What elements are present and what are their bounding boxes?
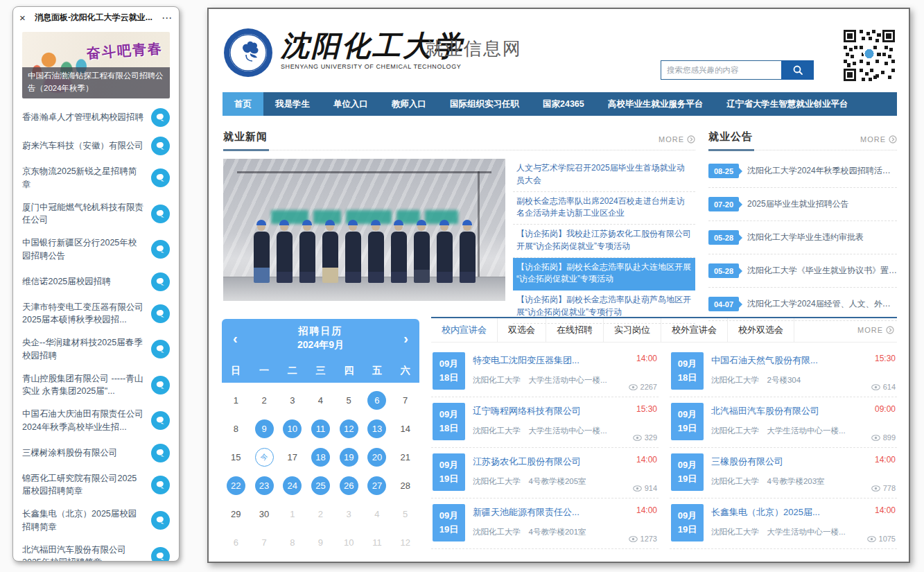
calendar-day[interactable]: 1	[227, 391, 245, 410]
event-time: 15:30	[636, 404, 657, 414]
nav-item-students[interactable]: 我是学生	[263, 92, 322, 116]
tab-online-recruiting[interactable]: 在线招聘	[546, 318, 604, 342]
nav-item-employers[interactable]: 单位入口	[322, 92, 380, 116]
calendar-prev-icon[interactable]: ‹	[233, 331, 238, 347]
nav-item-home[interactable]: 首页	[223, 92, 263, 116]
close-icon[interactable]: ×	[19, 12, 26, 23]
calendar-day[interactable]: 28	[396, 476, 415, 495]
event-card[interactable]: 09月19日 三橡股份有限公司沈阳化工大学 4号教学楼203室 14:00778	[670, 448, 897, 499]
event-card[interactable]: 09月18日 辽宁嗨程网络科技有限公司沈阳化工大学 大学生活动中心一楼... 1…	[431, 397, 659, 448]
list-item[interactable]: 香港瀚卓人才管理机构校园招聘	[22, 108, 170, 127]
calendar-day[interactable]: 6	[367, 391, 386, 410]
list-item[interactable]: 青山控股集团有限公司 -----青山实业 永青集团2025届"...	[22, 372, 170, 399]
tab-offcampus-fairs[interactable]: 校外双选会	[728, 318, 794, 342]
calendar-day[interactable]: 14	[396, 419, 415, 438]
calendar-day[interactable]: 1	[283, 505, 302, 523]
calendar-day[interactable]: 2	[255, 391, 274, 410]
event-card[interactable]: 09月18日 特变电工沈阳变压器集团...沈阳化工大学 大学生活动中心一楼...…	[431, 347, 659, 397]
calendar-day[interactable]: 21	[396, 448, 415, 467]
list-item[interactable]: 中国石油大庆油田有限责任公司 2024年秋季高校毕业生招...	[22, 408, 170, 434]
list-item[interactable]: 央企--华润建材科技2025届春季校园招聘	[22, 336, 170, 363]
announcement-item[interactable]: 08-25 沈阳化工大学2024年秋季校园招聘活动邀请函	[708, 155, 897, 188]
news-more-link[interactable]: MORE	[659, 135, 695, 144]
news-item[interactable]: 人文与艺术学院召开2025届毕业生首场就业动员大会	[513, 159, 695, 192]
announcements-more-link[interactable]: MORE	[860, 135, 897, 144]
list-item[interactable]: 三棵树涂料股份有限公司	[22, 444, 170, 462]
announcement-item[interactable]: 04-07 沈阳化工大学2024届经管、人文、外语类毕...	[708, 288, 897, 321]
announcement-item[interactable]: 05-28 沈阳化工大学《毕业生就业协议书》置换事...	[708, 254, 897, 288]
announcement-item[interactable]: 07-20 2025届毕业生就业招聘公告	[708, 188, 897, 221]
nav-item-national-platform[interactable]: 高校毕业生就业服务平台	[596, 92, 715, 116]
event-card[interactable]: 09月19日 江苏扬农化工股份有限公司沈阳化工大学 4号教学楼205室 14:0…	[431, 448, 659, 499]
calendar-day[interactable]: 10	[283, 419, 302, 438]
nav-item-international[interactable]: 国际组织实习任职	[438, 92, 531, 116]
news-photo[interactable]	[223, 159, 505, 301]
calendar-day[interactable]: 6	[227, 533, 245, 552]
calendar-day[interactable]: 8	[283, 533, 302, 552]
calendar-day[interactable]: 9	[255, 419, 274, 438]
calendar-day[interactable]: 11	[367, 533, 386, 552]
list-item[interactable]: 蔚来汽车科技（安徽）有限公司	[22, 137, 170, 155]
calendar-day[interactable]: 15	[227, 448, 245, 467]
announcement-icon	[151, 511, 170, 530]
events-more-link[interactable]: MORE	[857, 318, 897, 342]
calendar-day[interactable]: 17	[283, 448, 302, 467]
calendar-day[interactable]: 18	[311, 448, 330, 467]
event-card[interactable]: 09月19日 北汽福田汽车股份有限公司沈阳化工大学 大学生活动中心一楼... 0…	[670, 397, 897, 448]
calendar-day[interactable]: 30	[255, 505, 274, 523]
calendar-day[interactable]: 25	[311, 476, 330, 495]
event-card[interactable]: 09月18日 中国石油天然气股份有限...沈阳化工大学 2号楼304 15:30…	[670, 347, 897, 397]
calendar-day[interactable]: 今	[255, 448, 274, 467]
calendar-day[interactable]: 23	[255, 476, 274, 495]
calendar-day[interactable]: 24	[283, 476, 302, 495]
tab-campus-talks[interactable]: 校内宣讲会	[431, 318, 498, 342]
calendar-day[interactable]: 26	[340, 476, 358, 495]
list-item[interactable]: 厦门中冠能燃气轮机科技有限责任公司	[22, 201, 170, 227]
calendar-day[interactable]: 22	[227, 476, 245, 495]
calendar-day[interactable]: 4	[367, 505, 386, 523]
calendar-day[interactable]: 29	[227, 505, 245, 523]
calendar-day[interactable]: 10	[340, 533, 358, 552]
calendar-day[interactable]: 8	[227, 419, 245, 438]
news-item[interactable]: 【访企拓岗】我校赴江苏扬农化工股份有限公司开展“访企拓岗促就业”专项活动	[513, 225, 695, 258]
list-item[interactable]: 长鑫集电（北京）2025届校园招聘简章	[22, 508, 170, 534]
calendar-day[interactable]: 2	[311, 505, 330, 523]
announcement-item[interactable]: 05-28 沈阳化工大学毕业生违约审批表	[708, 221, 897, 254]
tab-job-fairs[interactable]: 双选会	[498, 318, 546, 342]
calendar-day[interactable]: 5	[396, 505, 415, 523]
calendar-day[interactable]: 7	[255, 533, 274, 552]
search-button[interactable]	[781, 60, 814, 80]
tab-offcampus-talks[interactable]: 校外宣讲会	[661, 318, 728, 342]
list-item[interactable]: 维信诺2025届校园招聘	[22, 272, 170, 291]
calendar-day[interactable]: 5	[340, 391, 358, 410]
news-item[interactable]: 副校长金志浩率队出席2024百校走进台州走访名企活动并走访新工业区企业	[513, 192, 695, 225]
calendar-day[interactable]: 11	[311, 419, 330, 438]
calendar-day[interactable]: 3	[283, 391, 302, 410]
calendar-next-icon[interactable]: ›	[403, 331, 408, 347]
calendar-day[interactable]: 3	[340, 505, 358, 523]
nav-item-teachers[interactable]: 教师入口	[380, 92, 438, 116]
calendar-day[interactable]: 19	[340, 448, 358, 467]
search-input[interactable]	[661, 60, 781, 80]
calendar-day[interactable]: 7	[396, 391, 415, 410]
event-card[interactable]: 09月19日 新疆天池能源有限责任公...沈阳化工大学 4号教学楼201室 14…	[431, 499, 659, 549]
calendar-day[interactable]: 27	[367, 476, 386, 495]
promo-banner[interactable]: 奋斗吧青春 中国石油渤海钻探工程有限公司招聘公告（2024年秋季）	[22, 32, 170, 98]
calendar-day[interactable]: 20	[367, 448, 386, 467]
more-menu-icon[interactable]: ⋯	[162, 12, 173, 23]
tab-internships[interactable]: 实习岗位	[604, 318, 661, 342]
list-item[interactable]: 天津市特变电工变压器有限公司2025届本硕博秋季校园招...	[22, 301, 170, 327]
calendar-day[interactable]: 12	[396, 533, 415, 552]
list-item[interactable]: 锦西化工研究院有限公司2025届校园招聘简章	[22, 472, 170, 499]
calendar-day[interactable]: 13	[367, 419, 386, 438]
list-item[interactable]: 北汽福田汽车股份有限公司2025年校园招聘简章	[22, 544, 170, 562]
nav-item-24365[interactable]: 国家24365	[531, 92, 596, 116]
calendar-day[interactable]: 9	[311, 533, 330, 552]
calendar-day[interactable]: 4	[311, 391, 330, 410]
event-card[interactable]: 09月19日 长鑫集电（北京）2025届...沈阳化工大学 大学生活动中心一楼.…	[670, 499, 897, 549]
calendar-day[interactable]: 12	[340, 419, 358, 438]
list-item[interactable]: 中国银行新疆区分行2025年校园招聘公告	[22, 236, 170, 263]
news-item[interactable]: 【访企拓岗】副校长金志浩率队赴大连地区开展“访企拓岗促就业”专项活动	[513, 258, 695, 291]
nav-item-liaoning-platform[interactable]: 辽宁省大学生智慧就业创业平台	[715, 92, 860, 116]
list-item[interactable]: 京东物流2025新锐之星招聘简章	[22, 165, 170, 191]
